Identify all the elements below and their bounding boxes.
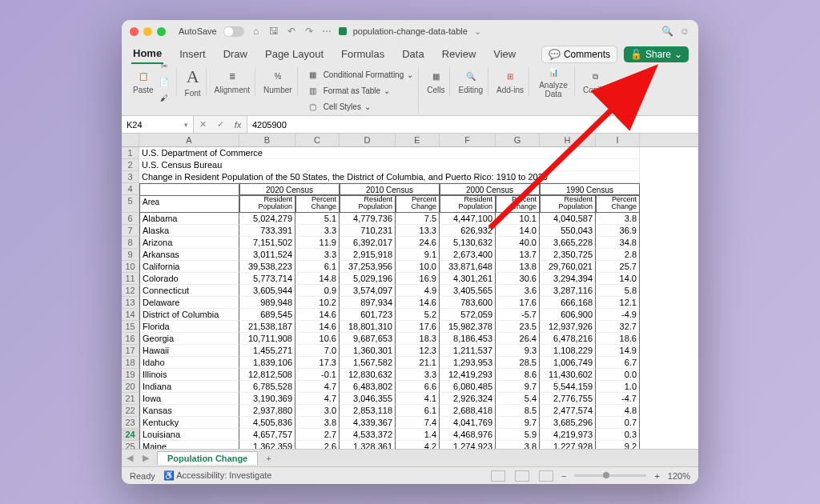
- titlebar: AutoSave ⌂ 🖫 ↶ ↷ ⋯ population-change-dat…: [122, 20, 698, 42]
- sheet-tab[interactable]: Population Change: [157, 451, 258, 465]
- col-head[interactable]: E: [396, 134, 440, 146]
- cut-icon[interactable]: ✂: [157, 58, 171, 73]
- alignment-label: Alignment: [215, 86, 250, 94]
- sheet-tabs-bar: ◀ ▶ Population Change +: [122, 449, 698, 466]
- add-sheet-button[interactable]: +: [261, 454, 275, 463]
- comment-icon: 💬: [549, 49, 561, 60]
- share-label: Share: [645, 49, 671, 60]
- font-button[interactable]: AFont: [185, 66, 201, 98]
- search-icon[interactable]: 🔍: [661, 26, 673, 37]
- status-ready: Ready: [130, 471, 155, 481]
- copy-icon[interactable]: 📄: [157, 74, 171, 89]
- paste-label: Paste: [133, 86, 154, 94]
- analyze-data-button[interactable]: 📊Analyze Data: [537, 65, 569, 98]
- save-icon[interactable]: 🖫: [268, 26, 279, 37]
- tab-page-layout[interactable]: Page Layout: [263, 45, 325, 63]
- share-icon: 🔓: [630, 49, 642, 60]
- doc-chevron-icon[interactable]: ⌄: [474, 26, 481, 37]
- zoom-out-button[interactable]: −: [561, 471, 566, 481]
- share-button[interactable]: 🔓 Share ⌄: [624, 46, 689, 62]
- group-styles: ▦Conditional Formatting⌄ ▥Format as Tabl…: [301, 67, 420, 114]
- zoom-in-button[interactable]: +: [654, 471, 659, 481]
- col-head[interactable]: F: [440, 134, 496, 146]
- chevron-down-icon[interactable]: ▾: [184, 121, 188, 129]
- editing-icon: 🔍: [464, 70, 478, 84]
- addins-button[interactable]: ⊞Add-ins: [496, 70, 524, 94]
- editing-button[interactable]: 🔍Editing: [458, 70, 483, 94]
- font-label: Font: [185, 89, 201, 98]
- group-cells: ▦Cells: [422, 67, 450, 96]
- sheet-next-icon[interactable]: ▶: [138, 453, 154, 463]
- group-number: %Number: [259, 67, 298, 96]
- autosave-toggle[interactable]: [223, 26, 244, 37]
- tab-draw[interactable]: Draw: [222, 45, 249, 63]
- ribbon: 📋 Paste ✂ 📄 🖌 AFont ≣Alignment %Number ▦…: [122, 64, 698, 116]
- cell-reference: K24: [127, 120, 143, 130]
- accessibility-status[interactable]: ♿ Accessibility: Investigate: [163, 470, 272, 481]
- comments-label: Comments: [564, 49, 610, 60]
- comments-button[interactable]: 💬 Comments: [541, 46, 617, 63]
- window-controls: [130, 27, 166, 36]
- formula-bar: K24 ▾ ✕ ✓ fx 4205900: [122, 116, 698, 134]
- addins-icon: ⊞: [503, 70, 517, 84]
- cell-styles-button[interactable]: ▢Cell Styles⌄: [306, 99, 414, 114]
- cancel-formula-icon[interactable]: ✕: [194, 119, 211, 130]
- percent-icon: %: [271, 70, 285, 84]
- number-button[interactable]: %Number: [263, 70, 292, 94]
- col-head[interactable]: B: [239, 134, 295, 146]
- app-icon: [339, 27, 347, 35]
- cond-format-icon: ▦: [306, 67, 320, 82]
- zoom-level[interactable]: 120%: [668, 471, 690, 481]
- view-break-icon[interactable]: [539, 470, 553, 482]
- group-clipboard: 📋 Paste ✂ 📄 🖌: [128, 67, 177, 96]
- format-as-table-button[interactable]: ▥Format as Table⌄: [306, 83, 414, 98]
- conditional-formatting-button[interactable]: ▦Conditional Formatting⌄: [306, 67, 414, 82]
- copilot-button[interactable]: ⧉Copilot: [583, 70, 608, 94]
- excel-window: AutoSave ⌂ 🖫 ↶ ↷ ⋯ population-change-dat…: [122, 20, 698, 484]
- cells-button[interactable]: ▦Cells: [427, 70, 444, 94]
- tab-review[interactable]: Review: [440, 45, 478, 63]
- autosave-label: AutoSave: [179, 26, 217, 36]
- group-addins: ⊞Add-ins: [492, 67, 529, 96]
- col-head[interactable]: H: [540, 134, 596, 146]
- minimize-icon[interactable]: [143, 27, 152, 36]
- sheet-prev-icon[interactable]: ◀: [122, 453, 138, 463]
- tab-data[interactable]: Data: [400, 45, 425, 63]
- tab-view[interactable]: View: [492, 45, 517, 63]
- group-editing: 🔍Editing: [453, 67, 488, 96]
- zoom-icon[interactable]: [157, 27, 166, 36]
- accept-formula-icon[interactable]: ✓: [211, 119, 229, 130]
- name-box[interactable]: K24 ▾: [122, 116, 194, 133]
- table-icon: ▥: [306, 83, 320, 98]
- close-icon[interactable]: [130, 27, 139, 36]
- col-head[interactable]: A: [139, 134, 239, 146]
- fx-icon[interactable]: fx: [229, 120, 247, 130]
- view-normal-icon[interactable]: [491, 470, 505, 482]
- status-bar: Ready ♿ Accessibility: Investigate − + 1…: [122, 466, 698, 484]
- format-painter-icon[interactable]: 🖌: [157, 90, 171, 105]
- more-icon[interactable]: ⋯: [321, 26, 332, 37]
- redo-icon[interactable]: ↷: [303, 26, 315, 37]
- tab-insert[interactable]: Insert: [178, 45, 207, 63]
- paste-button[interactable]: 📋 Paste: [133, 70, 154, 94]
- number-label: Number: [263, 86, 292, 94]
- tab-formulas[interactable]: Formulas: [340, 45, 386, 63]
- col-head[interactable]: D: [340, 134, 396, 146]
- col-head[interactable]: C: [295, 134, 340, 146]
- doc-name[interactable]: population-change-data-table: [353, 26, 468, 36]
- view-layout-icon[interactable]: [515, 470, 529, 482]
- col-head[interactable]: I: [596, 134, 640, 146]
- zoom-slider[interactable]: [574, 474, 646, 477]
- column-headers: A B C D E F G H I: [122, 134, 698, 147]
- col-head[interactable]: G: [496, 134, 540, 146]
- undo-icon[interactable]: ↶: [286, 26, 297, 37]
- group-font: AFont: [180, 67, 207, 96]
- formula-input[interactable]: 4205900: [247, 116, 698, 133]
- group-copilot: ⧉Copilot: [578, 67, 613, 96]
- spreadsheet-grid[interactable]: A B C D E F G H I 1U.S. Department of Co…: [122, 134, 698, 449]
- cells-icon: ▦: [428, 70, 443, 84]
- alignment-button[interactable]: ≣Alignment: [215, 70, 250, 94]
- group-alignment: ≣Alignment: [210, 67, 255, 96]
- home-icon[interactable]: ⌂: [251, 26, 262, 37]
- smiley-icon[interactable]: ☺: [679, 26, 690, 37]
